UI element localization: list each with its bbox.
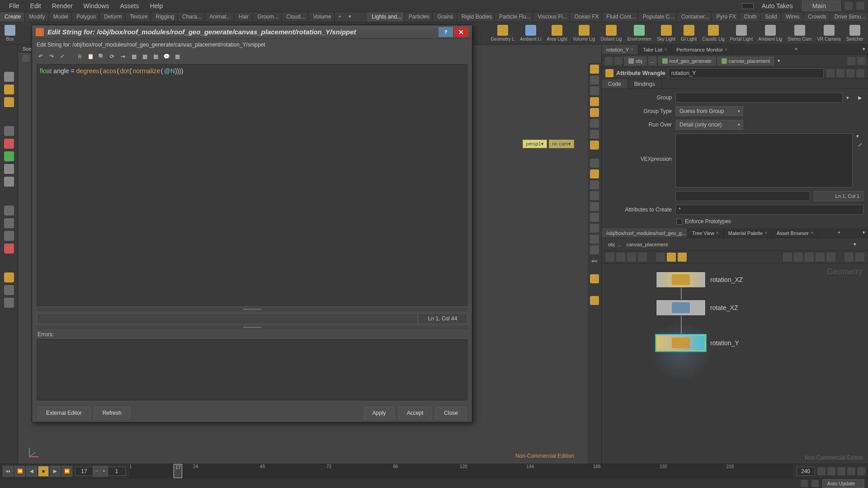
- vp-side-13[interactable]: [590, 202, 599, 211]
- vp-side-15[interactable]: [590, 224, 599, 233]
- tool-causticlight[interactable]: Caustic Lig: [699, 25, 727, 42]
- shelf-container[interactable]: Container...: [677, 12, 712, 22]
- shelf-lights[interactable]: Lights and...: [367, 12, 404, 22]
- vp-side-19[interactable]: [590, 274, 599, 283]
- shelf-fluidcont[interactable]: Fluid Cont...: [602, 12, 638, 22]
- shelf-viscous[interactable]: Viscous Fl...: [533, 12, 570, 22]
- group-arrow-icon[interactable]: ▶: [856, 94, 863, 101]
- lefttool-arrow[interactable]: [4, 126, 14, 136]
- autotakes-checkbox[interactable]: [742, 3, 754, 9]
- param-tab-more[interactable]: ▾: [860, 45, 868, 54]
- param-help-icon[interactable]: [836, 69, 844, 77]
- dialog-tool-copy[interactable]: ⎘: [75, 52, 84, 61]
- shelf-solid[interactable]: Solid: [760, 12, 781, 22]
- dialog-tool-search[interactable]: 🔍: [97, 52, 105, 61]
- close-button[interactable]: Close: [435, 407, 467, 419]
- shelf-create[interactable]: Create: [0, 12, 24, 22]
- tool-box[interactable]: Box: [2, 25, 18, 42]
- grouptype-select[interactable]: Guess from Group: [675, 106, 743, 116]
- refresh-button[interactable]: Refresh: [94, 407, 130, 419]
- dialog-tool-13[interactable]: ▦: [173, 52, 181, 61]
- timeline-opt-2[interactable]: [827, 467, 835, 475]
- param-tab-add[interactable]: +: [792, 45, 800, 54]
- param-find[interactable]: [857, 57, 865, 65]
- net-tool-6[interactable]: [667, 253, 676, 262]
- shelf-crowds[interactable]: Crowds: [803, 12, 830, 22]
- status-icon-1[interactable]: [801, 480, 808, 487]
- camera-badge-persp[interactable]: persp1▾: [523, 140, 547, 148]
- shelf-groom[interactable]: Groom...: [253, 12, 282, 22]
- status-icon-2[interactable]: [811, 480, 819, 487]
- camera-badge-nocam[interactable]: no cam▾: [549, 140, 574, 148]
- timeline-opt-3[interactable]: [837, 467, 845, 475]
- dialog-resize-handle-2[interactable]: [37, 326, 467, 329]
- aw-tab-bindings[interactable]: Bindings: [628, 79, 662, 89]
- dialog-tool-10[interactable]: ▦: [141, 52, 149, 61]
- lefttool-11[interactable]: [4, 231, 14, 241]
- param-path-dots[interactable]: ...: [648, 56, 656, 66]
- menu-help[interactable]: Help: [144, 2, 168, 9]
- dialog-tool-paste[interactable]: 📋: [86, 52, 94, 61]
- shelf-deform[interactable]: Deform: [99, 12, 125, 22]
- node-rotate-xz[interactable]: rotate_XZ: [656, 300, 738, 316]
- vp-side-20[interactable]: [590, 296, 599, 305]
- vp-side-5[interactable]: [590, 108, 599, 117]
- net-tab-add[interactable]: +: [835, 228, 843, 238]
- tool-ambient[interactable]: Ambient Li: [517, 25, 544, 42]
- param-gear-icon[interactable]: [826, 69, 835, 77]
- net-path-drop[interactable]: ▾: [854, 241, 860, 247]
- lefttool-handle[interactable]: [4, 84, 14, 94]
- vp-side-14[interactable]: [590, 213, 599, 222]
- lefttool-8[interactable]: [4, 177, 14, 187]
- aw-tab-code[interactable]: Code: [602, 79, 628, 89]
- tool-switcher[interactable]: Switcher: [844, 25, 866, 42]
- net-tab-more[interactable]: ▾: [860, 228, 868, 238]
- play-first[interactable]: ⏮: [3, 466, 14, 477]
- net-path-obj[interactable]: obj: [608, 242, 615, 247]
- vex-search-field[interactable]: [675, 191, 810, 201]
- param-tab-perfmon[interactable]: Performance Monitor×: [672, 45, 732, 54]
- net-tool-l5[interactable]: [826, 253, 835, 262]
- net-path-canvas[interactable]: canvas_placement: [627, 242, 852, 247]
- dialog-tool-12[interactable]: 💬: [162, 52, 170, 61]
- dialog-tool-redo[interactable]: ↷: [47, 52, 56, 61]
- menu-extra-1[interactable]: [844, 2, 853, 10]
- vp-side-11[interactable]: [590, 180, 599, 189]
- tool-ambientlig2[interactable]: Ambient Lig: [755, 25, 785, 42]
- node-name-input[interactable]: [668, 68, 824, 78]
- shelf-polygon[interactable]: Polygon: [72, 12, 99, 22]
- net-tool-l2[interactable]: [794, 253, 803, 262]
- shelf-pyro[interactable]: Pyro FX: [712, 12, 739, 22]
- shelf-cloth[interactable]: Cloth: [739, 12, 760, 22]
- lefttool-7[interactable]: [4, 164, 14, 174]
- shelf-rigid[interactable]: Rigid Bodies: [457, 12, 495, 22]
- dialog-tool-refresh[interactable]: ⟳: [108, 52, 116, 61]
- net-tool-4[interactable]: [638, 253, 647, 262]
- param-tab-takelist[interactable]: Take List×: [638, 45, 672, 54]
- node-rotation-y[interactable]: rotation_Y: [656, 335, 739, 351]
- vp-side-10[interactable]: [590, 169, 599, 178]
- vp-side-abc[interactable]: abc: [590, 256, 599, 265]
- dialog-resize-handle[interactable]: [37, 308, 467, 311]
- dialog-close-button[interactable]: ✕: [454, 27, 468, 37]
- lefttool-10[interactable]: [4, 218, 14, 228]
- vp-side-6[interactable]: [590, 119, 599, 128]
- tool-gilight[interactable]: GI Light: [678, 25, 699, 42]
- param-nav-back[interactable]: [604, 57, 613, 65]
- net-tool-l1[interactable]: [783, 253, 792, 262]
- vp-side-1[interactable]: [590, 65, 599, 74]
- vp-back-icon[interactable]: [23, 55, 30, 62]
- group-dropdown-icon[interactable]: ▾: [846, 95, 853, 101]
- tool-stereocam[interactable]: Stereo Cam: [785, 25, 814, 42]
- dialog-tool-check[interactable]: ✓: [58, 52, 66, 61]
- lefttool-9[interactable]: [4, 206, 14, 216]
- shelf-grains[interactable]: Grains: [433, 12, 457, 22]
- net-tab-asset[interactable]: Asset Browser×: [772, 228, 818, 238]
- tool-distantlight[interactable]: Distant Lig: [598, 25, 624, 42]
- param-comment-icon[interactable]: [856, 69, 864, 77]
- tool-volumelight[interactable]: Volume Lig: [570, 25, 598, 42]
- lefttool-14[interactable]: [4, 285, 14, 295]
- shelf-partfluid[interactable]: Particle Flu...: [495, 12, 533, 22]
- shelf-chara[interactable]: Chara...: [178, 12, 205, 22]
- dialog-tool-undo[interactable]: ↶: [37, 52, 45, 61]
